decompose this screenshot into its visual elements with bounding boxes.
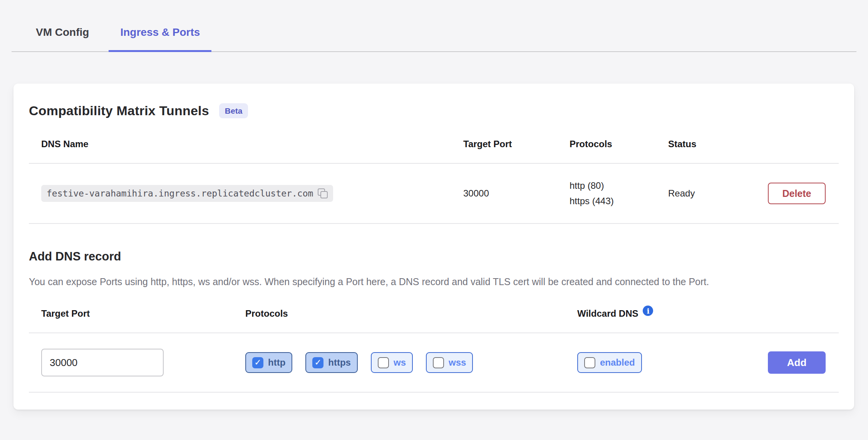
dns-name-pill: festive-varahamihira.ingress.replicatedc… bbox=[41, 185, 333, 202]
label-protocols: Protocols bbox=[233, 308, 565, 319]
protocol-entry: https (443) bbox=[570, 193, 656, 209]
add-button-cell: Add bbox=[756, 351, 839, 374]
tab-bar: VM Config Ingress & Ports bbox=[12, 0, 856, 52]
tunnels-card: Compatibility Matrix Tunnels Beta DNS Na… bbox=[13, 84, 854, 410]
tab-ingress-ports[interactable]: Ingress & Ports bbox=[109, 25, 211, 52]
checkbox-icon: ✓ bbox=[378, 357, 389, 368]
add-dns-form-row: ✓ http ✓ https ✓ ws ✓ wss ✓ bbox=[29, 333, 839, 393]
card-title: Compatibility Matrix Tunnels bbox=[29, 103, 209, 118]
protocol-checkbox-https[interactable]: ✓ https bbox=[305, 352, 358, 373]
tunnels-table-header: DNS Name Target Port Protocols Status bbox=[29, 138, 839, 164]
info-icon[interactable]: i bbox=[643, 306, 653, 316]
dns-name-value: festive-varahamihira.ingress.replicatedc… bbox=[47, 188, 313, 198]
protocol-chips: ✓ http ✓ https ✓ ws ✓ wss bbox=[233, 352, 565, 373]
checkbox-icon: ✓ bbox=[433, 357, 444, 368]
beta-badge: Beta bbox=[219, 103, 248, 118]
page: VM Config Ingress & Ports Compatibility … bbox=[0, 0, 868, 440]
protocol-checkbox-ws[interactable]: ✓ ws bbox=[371, 352, 413, 373]
checkbox-icon: ✓ bbox=[584, 357, 595, 368]
target-port-cell: 30000 bbox=[451, 188, 557, 199]
col-header-protocols: Protocols bbox=[557, 138, 656, 150]
label-target-port: Target Port bbox=[29, 308, 233, 319]
wildcard-dns-cell: ✓ enabled bbox=[565, 352, 756, 373]
protocol-entry: http (80) bbox=[570, 178, 656, 193]
chip-label: http bbox=[268, 357, 285, 368]
wildcard-dns-text: Wildcard DNS bbox=[577, 308, 638, 319]
protocol-checkbox-http[interactable]: ✓ http bbox=[245, 352, 292, 373]
delete-button[interactable]: Delete bbox=[768, 183, 826, 204]
dns-name-cell: festive-varahamihira.ingress.replicatedc… bbox=[29, 185, 451, 202]
add-dns-heading: Add DNS record bbox=[29, 249, 839, 265]
card-title-row: Compatibility Matrix Tunnels Beta bbox=[29, 101, 839, 121]
status-cell: Ready bbox=[656, 188, 756, 199]
col-header-target-port: Target Port bbox=[451, 138, 557, 150]
protocols-cell: http (80) https (443) bbox=[557, 178, 656, 209]
tab-vm-config[interactable]: VM Config bbox=[24, 25, 101, 52]
checkbox-icon: ✓ bbox=[252, 357, 263, 368]
add-dns-description: You can expose Ports using http, https, … bbox=[29, 274, 818, 289]
col-header-status: Status bbox=[656, 138, 756, 150]
actions-cell: Delete bbox=[756, 183, 839, 204]
col-header-actions bbox=[756, 138, 839, 150]
copy-icon[interactable] bbox=[318, 188, 328, 198]
checkbox-icon: ✓ bbox=[312, 357, 323, 368]
target-port-field-cell bbox=[29, 349, 233, 376]
add-dns-form-labels: Target Port Protocols Wildcard DNS i bbox=[29, 308, 839, 333]
table-row: festive-varahamihira.ingress.replicatedc… bbox=[29, 164, 839, 224]
chip-label: ws bbox=[394, 357, 406, 368]
chip-label: enabled bbox=[600, 357, 635, 368]
add-button[interactable]: Add bbox=[768, 351, 826, 374]
col-header-dns-name: DNS Name bbox=[29, 138, 451, 150]
label-wildcard-dns: Wildcard DNS i bbox=[565, 308, 756, 319]
chip-label: wss bbox=[449, 357, 466, 368]
target-port-input[interactable] bbox=[41, 349, 164, 376]
chip-label: https bbox=[328, 357, 351, 368]
protocol-checkbox-wss[interactable]: ✓ wss bbox=[426, 352, 473, 373]
wildcard-enabled-checkbox[interactable]: ✓ enabled bbox=[577, 352, 642, 373]
